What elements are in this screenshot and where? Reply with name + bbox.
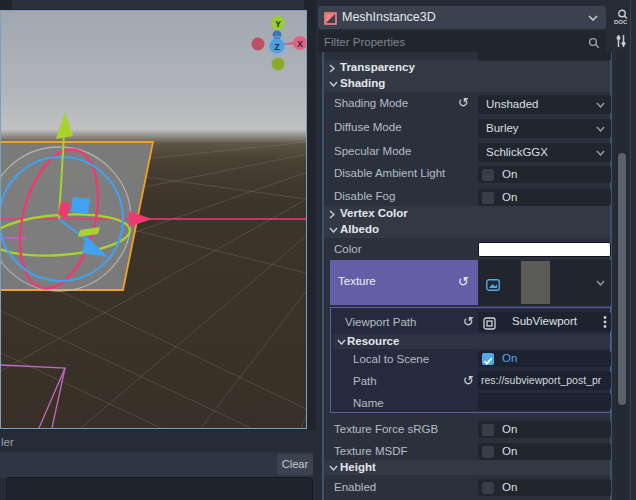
- svg-text:DOC: DOC: [614, 19, 628, 25]
- viewport-path-value[interactable]: SubViewport: [478, 312, 611, 332]
- texture-preview[interactable]: [521, 261, 550, 304]
- chevron-down-icon: [596, 102, 605, 108]
- section-shading[interactable]: Shading: [324, 76, 610, 92]
- chevron-down-icon: [329, 465, 338, 471]
- checkbox-label: On: [502, 352, 517, 364]
- chevron-right-icon: [329, 64, 335, 73]
- checkbox-unchecked[interactable]: [482, 192, 494, 204]
- checkbox-label: On: [502, 168, 517, 180]
- section-indent-line: [322, 52, 324, 500]
- texture-msdf-value: On: [478, 443, 611, 460]
- bottom-panel-toolbar: Clear: [0, 452, 313, 478]
- property-label: Path: [353, 375, 377, 387]
- property-label: Color: [334, 243, 361, 255]
- viewport-path-text: SubViewport: [478, 315, 611, 327]
- chevron-down-icon: [596, 150, 605, 156]
- texture-force-srgb-value: On: [478, 421, 611, 438]
- axis-label-x: X: [297, 39, 303, 49]
- albedo-color-swatch[interactable]: [478, 242, 611, 257]
- axis-ball-neg-y[interactable]: [272, 58, 285, 71]
- tune-icon: [614, 34, 628, 48]
- inspected-node-title: MeshInstance3D: [342, 10, 436, 24]
- bottom-panel: ler Clear: [0, 430, 316, 500]
- sky: [1, 11, 306, 135]
- disable-ambient-light-value: On: [478, 166, 611, 183]
- dock-edge-line: [630, 0, 631, 500]
- kebab-menu-icon[interactable]: [603, 315, 607, 333]
- axis-ball-neg-x[interactable]: [252, 38, 265, 51]
- section-label: Resource: [347, 335, 399, 347]
- scrollbar-thumb[interactable]: [618, 153, 626, 405]
- property-label: Specular Mode: [334, 145, 411, 157]
- checkbox-unchecked[interactable]: [482, 169, 494, 181]
- meshinstance3d-icon: [324, 11, 337, 29]
- dropdown-value: SchlickGGX: [486, 146, 548, 158]
- section-resource[interactable]: Resource: [333, 334, 610, 349]
- axis-ball-neg-z[interactable]: [273, 31, 282, 40]
- shading-mode-dropdown[interactable]: Unshaded: [478, 95, 611, 114]
- 3d-viewport[interactable]: Y X Z: [0, 10, 307, 429]
- property-label: Name: [353, 397, 384, 409]
- filter-properties-input[interactable]: [324, 32, 574, 51]
- resource-name-field[interactable]: [478, 393, 611, 410]
- section-transparency[interactable]: Transparency: [324, 60, 610, 76]
- property-label: Disable Fog: [334, 190, 395, 202]
- section-vertex-color[interactable]: Vertex Color: [324, 206, 610, 222]
- section-label: Height: [340, 461, 376, 473]
- chevron-down-icon: [337, 339, 346, 345]
- checkbox-label: On: [502, 481, 517, 493]
- dropdown-value: Burley: [486, 122, 519, 134]
- property-label: Local to Scene: [353, 353, 429, 365]
- chevron-down-icon: [596, 126, 605, 132]
- viewport-scene: Y X Z: [1, 11, 306, 428]
- section-label: Vertex Color: [340, 207, 408, 219]
- section-height[interactable]: Height: [324, 460, 610, 475]
- clear-button[interactable]: Clear: [277, 454, 313, 475]
- section-label: Transparency: [340, 61, 415, 73]
- chevron-down-icon: [329, 81, 338, 87]
- output-console[interactable]: [6, 477, 313, 500]
- property-label: Texture MSDF: [334, 445, 408, 457]
- checkbox-label: On: [502, 423, 517, 435]
- checkbox-unchecked[interactable]: [482, 424, 494, 436]
- revert-icon[interactable]: ↺: [458, 275, 469, 288]
- checkbox-checked[interactable]: [482, 353, 494, 365]
- disable-fog-value: On: [478, 189, 611, 206]
- specular-mode-dropdown[interactable]: SchlickGGX: [478, 143, 611, 162]
- inspector-panel: MeshInstance3D DOC: [316, 0, 636, 500]
- checkbox-label: On: [502, 191, 517, 203]
- property-label: Enabled: [334, 481, 376, 493]
- revert-icon[interactable]: ↺: [463, 374, 474, 387]
- search-icon: [588, 35, 600, 53]
- godot-editor: Y X Z ler Clear MeshInstance3D: [0, 0, 636, 500]
- property-label: Viewport Path: [345, 316, 416, 328]
- z-plane-handle[interactable]: [71, 197, 90, 214]
- top-toolbar-strip-inner: [12, 0, 304, 9]
- section-albedo[interactable]: Albedo: [324, 222, 610, 238]
- axis-label-z: Z: [274, 42, 279, 52]
- checkbox-unchecked[interactable]: [482, 482, 494, 494]
- checkbox-label: On: [502, 445, 517, 457]
- height-enabled-value: On: [478, 479, 611, 496]
- resource-path-text: res://subviewport_post_pr: [481, 374, 601, 386]
- chevron-down-icon: [596, 280, 605, 286]
- inspector-scrollbar[interactable]: [616, 52, 627, 500]
- section-label: Shading: [340, 77, 385, 89]
- property-label: Disable Ambient Light: [334, 167, 445, 179]
- bottom-panel-title: ler: [1, 436, 14, 448]
- dropdown-value: Unshaded: [486, 98, 538, 110]
- chevron-down-icon[interactable]: [588, 15, 598, 21]
- property-label: Texture: [338, 275, 376, 287]
- inspected-node-header[interactable]: MeshInstance3D: [318, 6, 606, 29]
- revert-icon[interactable]: ↺: [458, 96, 469, 109]
- checkbox-unchecked[interactable]: [482, 446, 494, 458]
- texture-value-area[interactable]: [478, 260, 611, 305]
- revert-icon[interactable]: ↺: [463, 315, 474, 328]
- resource-path-field[interactable]: res://subviewport_post_pr: [478, 371, 611, 390]
- property-label: Diffuse Mode: [334, 121, 402, 133]
- texture-resource-panel: Viewport Path ↺ SubViewport: [330, 307, 611, 413]
- property-label: Shading Mode: [334, 97, 408, 109]
- diffuse-mode-dropdown[interactable]: Burley: [478, 119, 611, 138]
- filter-properties-box: [318, 31, 606, 52]
- texture-property-highlighted[interactable]: Texture ↺: [330, 260, 478, 305]
